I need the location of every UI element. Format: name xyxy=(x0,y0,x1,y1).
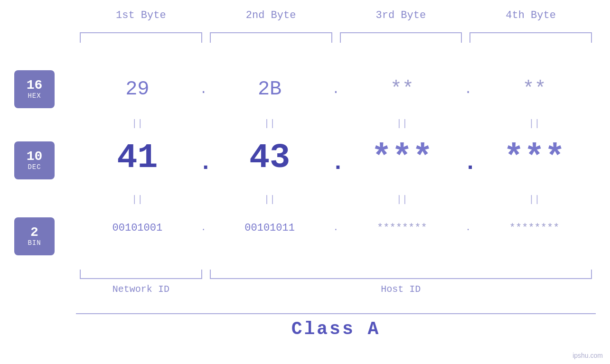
bin-b4: ******** xyxy=(473,222,596,234)
network-bracket xyxy=(80,270,202,279)
byte3-header: 3rd Byte xyxy=(336,9,466,21)
bin-text: BIN xyxy=(28,239,41,247)
bin-num: 2 xyxy=(30,226,38,239)
hex-row: 29 . 2B . ** . ** xyxy=(76,70,596,108)
dec-dot-1: . xyxy=(199,140,208,176)
hex-dot-2: . xyxy=(331,82,341,97)
class-label: Class A xyxy=(76,319,596,339)
bin-b3: ******** xyxy=(341,222,464,234)
byte2-header: 2nd Byte xyxy=(206,9,336,21)
dec-dot-2: . xyxy=(331,140,341,176)
byte4-header: 4th Byte xyxy=(466,9,596,21)
eq-2-b1: || xyxy=(76,194,199,205)
hex-base-label: 16 HEX xyxy=(14,70,55,108)
eq-1-b3: || xyxy=(341,118,464,129)
bin-b1: 00101001 xyxy=(76,222,199,234)
bracket-1 xyxy=(80,32,202,43)
dec-dot-3: . xyxy=(463,140,473,176)
watermark: ipshu.com xyxy=(572,352,603,359)
bin-dot-3: . xyxy=(463,223,473,233)
bin-dot-1: . xyxy=(199,223,208,233)
hex-b3: ** xyxy=(341,78,464,101)
hex-b2: 2B xyxy=(208,78,331,101)
bin-base-label: 2 BIN xyxy=(14,217,55,255)
dec-b1: 41 xyxy=(76,139,199,177)
byte-headers: 1st Byte 2nd Byte 3rd Byte 4th Byte xyxy=(76,9,596,21)
byte1-header: 1st Byte xyxy=(76,9,206,21)
bin-b2: 00101011 xyxy=(208,222,331,234)
dec-base-label: 10 DEC xyxy=(14,141,55,179)
eq-2-b2: || xyxy=(208,194,331,205)
top-brackets xyxy=(76,32,596,43)
hex-dot-1: . xyxy=(199,82,208,97)
eq-1-b4: || xyxy=(473,118,596,129)
dec-b4: *** xyxy=(473,139,596,177)
hex-num: 16 xyxy=(27,79,43,92)
bin-dot-2: . xyxy=(331,223,341,233)
dec-b2: 43 xyxy=(208,139,331,177)
dec-b3: *** xyxy=(341,139,464,177)
hex-b4: ** xyxy=(473,78,596,101)
hex-dot-3: . xyxy=(463,82,473,97)
eq-1-b1: || xyxy=(76,118,199,129)
hex-label-box: 16 HEX xyxy=(14,70,55,113)
network-id-label: Network ID xyxy=(76,284,206,295)
hex-text: HEX xyxy=(28,92,41,100)
bottom-bar-line xyxy=(76,313,596,314)
host-id-label: Host ID xyxy=(206,284,596,295)
main-container: 1st Byte 2nd Byte 3rd Byte 4th Byte 16 H… xyxy=(0,0,610,364)
eq-2-b4: || xyxy=(473,194,596,205)
eq-2-b3: || xyxy=(341,194,464,205)
dec-num: 10 xyxy=(27,150,43,163)
dec-label-box: 10 DEC xyxy=(14,141,55,184)
bracket-3 xyxy=(340,32,462,43)
bracket-4 xyxy=(469,32,592,43)
host-bracket xyxy=(210,270,592,279)
equals-row-2: || || || || xyxy=(76,190,596,209)
bottom-brackets xyxy=(76,270,596,280)
eq-1-b2: || xyxy=(208,118,331,129)
bracket-2 xyxy=(210,32,332,43)
dec-text: DEC xyxy=(28,163,41,171)
equals-row-1: || || || || xyxy=(76,114,596,133)
bin-label-box: 2 BIN xyxy=(14,217,55,260)
bin-row: 00101001 . 00101011 . ******** . *******… xyxy=(76,211,596,244)
dec-row: 41 . 43 . *** . *** xyxy=(76,132,596,184)
hex-b1: 29 xyxy=(76,78,199,101)
